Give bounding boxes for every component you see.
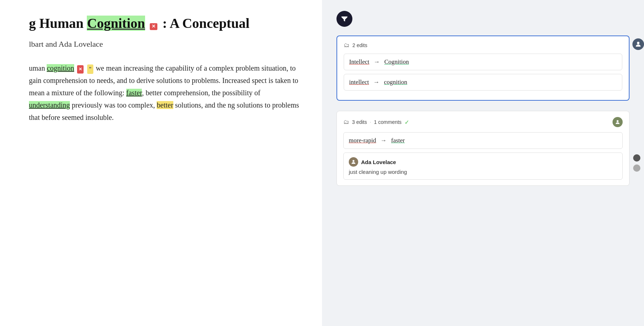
svg-point-0 — [637, 42, 640, 44]
review-card-1: 🗂 2 edits Intellect → Cognition intellec… — [336, 35, 630, 101]
title-delete-badge: ✕ — [150, 23, 157, 30]
card2-edit-1: more-rapid → faster — [343, 132, 623, 149]
review-card-1-inner[interactable]: 🗂 2 edits Intellect → Cognition intellec… — [336, 35, 630, 101]
body-understanding: understanding — [29, 101, 70, 109]
review-card-2-inner[interactable]: 🗂 3 edits · 1 comments ✓ more-rapid → fa… — [336, 111, 630, 186]
card2-new-1: faster — [391, 137, 405, 144]
card1-arrow-1: → — [374, 58, 380, 65]
commenter-avatar-icon — [351, 159, 356, 165]
card1-edit-count: 2 edits — [352, 42, 367, 48]
card2-avatar — [613, 117, 623, 127]
card2-reviewed-icon: ✓ — [404, 119, 409, 126]
filter-button[interactable] — [336, 11, 352, 27]
card1-arrow-2: → — [373, 79, 380, 85]
review-card-2: 🗂 3 edits · 1 comments ✓ more-rapid → fa… — [336, 111, 630, 186]
body-quote-badge: " — [87, 64, 93, 74]
card1-new-1: Cognition — [384, 58, 409, 65]
card1-meta: 🗂 2 edits — [344, 42, 622, 49]
body-after-understanding: previously was too complex, — [70, 101, 157, 109]
title-cognition: Cognition — [87, 16, 145, 31]
avatar2-icon — [615, 119, 620, 125]
document-title: g Human Cognition ✕ : A Conceptual — [29, 14, 300, 32]
body-better: better — [157, 101, 173, 109]
side-dot-1[interactable] — [633, 154, 640, 162]
card2-comment-section: Ada Lovelace just cleaning up wording — [343, 152, 623, 180]
body-middle: , better comprehension, the possibility … — [142, 89, 260, 97]
folder-icon-1: 🗂 — [344, 42, 349, 49]
card2-arrow-1: → — [381, 137, 387, 144]
comment-author-avatar — [349, 157, 358, 167]
card1-avatar — [632, 38, 644, 50]
card2-edit-count: 3 edits — [352, 119, 367, 125]
title-before: g Human — [29, 16, 87, 31]
body-before-cognition: uman — [29, 64, 47, 72]
card1-old-1: Intellect — [349, 58, 369, 65]
body-faster: faster — [126, 89, 142, 97]
card2-comment-author: Ada Lovelace — [349, 157, 617, 167]
title-after: : A Conceptual — [159, 16, 249, 31]
card1-edit-2: intellect → cognition — [344, 74, 622, 91]
comment-body: just cleaning up wording — [349, 169, 617, 175]
avatar1-icon — [635, 41, 642, 48]
document-panel: g Human Cognition ✕ : A Conceptual lbart… — [0, 0, 322, 326]
body-delete-badge: ✕ — [77, 65, 84, 73]
card2-dot: · — [370, 120, 371, 125]
side-dot-2[interactable] — [633, 164, 640, 172]
card2-comment-count: 1 comments — [374, 119, 402, 125]
document-authors: lbart and Ada Lovelace — [29, 39, 300, 49]
svg-point-2 — [352, 160, 354, 162]
comment-author-name: Ada Lovelace — [361, 159, 396, 165]
card2-old-1: more-rapid — [349, 137, 376, 144]
filter-icon — [340, 15, 348, 23]
card1-new-2: cognition — [384, 79, 407, 85]
review-panel: 🗂 2 edits Intellect → Cognition intellec… — [322, 0, 644, 326]
card2-meta: 🗂 3 edits · 1 comments ✓ — [343, 117, 623, 127]
svg-point-1 — [617, 120, 618, 122]
card1-edit-1: Intellect → Cognition — [344, 54, 622, 70]
folder-icon-2: 🗂 — [343, 119, 349, 125]
side-indicators — [633, 154, 640, 172]
card1-old-2: intellect — [349, 79, 369, 85]
document-body: uman cognition ✕ " we mean increasing th… — [29, 62, 300, 124]
body-cognition: cognition — [47, 64, 74, 72]
